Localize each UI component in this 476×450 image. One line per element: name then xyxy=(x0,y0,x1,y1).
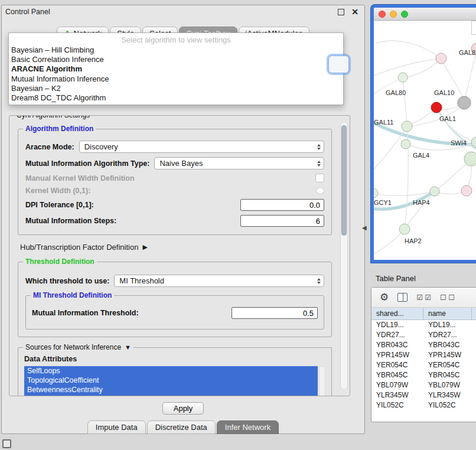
column-header[interactable]: name xyxy=(423,308,472,319)
node-label: GAL10 xyxy=(434,89,454,96)
attribute-item[interactable]: TopologicalCoefficient xyxy=(24,376,318,385)
mi-threshold-label: Mutual Information Threshold: xyxy=(32,309,139,317)
group-title: Algorithm Definition xyxy=(23,125,96,133)
table-row[interactable]: YPR145WYPR145W9. xyxy=(371,350,476,360)
close-traffic-light[interactable] xyxy=(379,11,386,18)
which-threshold-select[interactable]: MI Threshold xyxy=(114,275,324,287)
dock-panel-icon[interactable] xyxy=(2,439,11,448)
network-node[interactable] xyxy=(430,187,439,196)
mi-steps-label: Mutual Information Steps: xyxy=(25,217,116,225)
network-node[interactable] xyxy=(464,152,476,166)
mi-type-select[interactable]: Naive Bayes xyxy=(154,157,324,169)
table-cell: YDL19... xyxy=(371,320,423,330)
dpi-tolerance-row: DPI Tolerance [0,1]: xyxy=(25,199,324,211)
group-title: Cyni Algorithm Settings xyxy=(14,115,92,119)
aracne-mode-select[interactable]: Discovery xyxy=(79,141,324,153)
table-row[interactable]: YER054CYER054C8. xyxy=(371,360,476,370)
sources-toggle[interactable]: Sources for Network Inference ▼ xyxy=(23,343,133,351)
table-cell: YPR145W xyxy=(371,350,423,360)
table-panel-title: Table Panel xyxy=(376,274,416,283)
algorithm-option[interactable]: Mutual Information Inference xyxy=(9,74,343,84)
table-row[interactable]: YDL19...YDL19...13 xyxy=(371,320,476,330)
combo-arrows-icon xyxy=(312,278,321,284)
zoom-traffic-light[interactable] xyxy=(401,11,408,18)
table-cell: YBR045C xyxy=(371,370,423,380)
table-body: YDL19...YDL19...13YDR27...YDR27...12YBR0… xyxy=(371,320,476,410)
network-node[interactable] xyxy=(458,96,471,109)
network-canvas[interactable]: GAL8GAL80GAL10GAL11GAL1SWI4GAL4GCY1HAP4H… xyxy=(374,21,476,260)
node-label: GAL11 xyxy=(374,119,393,126)
kernel-width-field xyxy=(316,187,324,194)
network-node[interactable] xyxy=(402,121,412,132)
settings-scrollbar[interactable] xyxy=(340,122,348,390)
manual-kernel-row: Manual Kernel Width Definition xyxy=(25,174,324,182)
minimize-traffic-light[interactable] xyxy=(390,11,397,18)
network-scrollbar[interactable] xyxy=(471,21,476,35)
apply-button[interactable]: Apply xyxy=(162,402,204,415)
hub-definition-label: Hub/Transcription Factor Definition xyxy=(20,243,138,252)
tab-discretize-data[interactable]: Discretize Data xyxy=(147,420,216,434)
mi-threshold-field[interactable] xyxy=(232,307,318,319)
combo-arrows-icon xyxy=(312,161,321,167)
network-view-window: GAL8GAL80GAL10GAL11GAL1SWI4GAL4GCY1HAP4H… xyxy=(371,5,476,263)
attribute-item[interactable]: BetweennessCentrality xyxy=(24,385,318,394)
columns-icon[interactable] xyxy=(397,293,407,302)
table-cell: 9. xyxy=(472,390,476,400)
table-cell: YER054C xyxy=(423,360,472,370)
tab-impute-data[interactable]: Impute Data xyxy=(87,420,146,434)
aracne-mode-label: Aracne Mode: xyxy=(25,143,74,151)
dpi-tolerance-field[interactable] xyxy=(240,199,324,211)
table-row[interactable]: YLR345WYLR345W9. xyxy=(371,390,476,400)
table-cell: 8. xyxy=(472,360,476,370)
network-node[interactable] xyxy=(461,185,472,196)
node-label: SWI4 xyxy=(451,139,467,146)
table-row[interactable]: YBR045CYBR045C9. xyxy=(371,370,476,380)
tab-infer-network[interactable]: Infer Network xyxy=(217,420,279,434)
node-label: GAL4 xyxy=(413,152,429,159)
algorithm-option[interactable]: Dream8 DC_TDC Algorithm xyxy=(9,93,343,103)
sources-group: Sources for Network Inference ▼ Data Att… xyxy=(18,347,332,396)
tab-label: Impute Data xyxy=(96,423,138,432)
algorithm-option[interactable]: Basic Correlation Inference xyxy=(9,55,343,64)
table-cell: YPR145W xyxy=(423,350,472,360)
network-node[interactable] xyxy=(436,53,446,64)
hub-definition-toggle[interactable]: Hub/Transcription Factor Definition ▶ xyxy=(20,243,330,252)
network-node[interactable] xyxy=(401,139,410,149)
algorithm-option[interactable]: Bayesian – Hill Climbing xyxy=(9,45,343,55)
bottom-tabs: Impute Data Discretize Data Infer Networ… xyxy=(2,420,364,434)
close-icon[interactable]: ✕ xyxy=(351,8,358,16)
algorithm-option[interactable]: ARACNE Algorithm xyxy=(9,64,343,74)
focused-button[interactable] xyxy=(328,56,349,73)
column-header[interactable] xyxy=(472,308,476,319)
panel-collapse-arrow-icon[interactable]: ◀ xyxy=(362,224,367,231)
column-header[interactable]: shared... xyxy=(371,308,423,319)
table-row[interactable]: YIL052CYIL052C xyxy=(371,400,476,410)
table-row[interactable]: YDR27...YDR27...12 xyxy=(371,330,476,340)
list-scrollbar[interactable] xyxy=(319,366,325,396)
table-cell: YDR27... xyxy=(371,330,423,340)
mi-steps-field[interactable] xyxy=(240,215,324,227)
group-title: Threshold Definition xyxy=(23,257,97,266)
attribute-item[interactable]: SelfLoops xyxy=(24,366,318,376)
table-row[interactable]: YBR043CYBR043C xyxy=(371,340,476,350)
network-node[interactable] xyxy=(399,224,410,234)
network-node[interactable] xyxy=(374,188,378,198)
data-attributes-list[interactable]: SelfLoopsTopologicalCoefficientBetweenne… xyxy=(24,366,325,396)
gear-icon[interactable]: ⚙ xyxy=(380,292,389,302)
scrollbar-thumb[interactable] xyxy=(341,125,347,236)
data-attributes-label: Data Attributes xyxy=(24,355,325,363)
network-node[interactable] xyxy=(398,73,407,82)
threshold-definition-group: Threshold Definition Which threshold to … xyxy=(18,262,332,337)
table-toolbar: ⚙ ☑ ☑ ☐ ☐ xyxy=(371,288,476,308)
table-panel-window: ⚙ ☑ ☑ ☐ ☐ shared...name YDL19...YDL19...… xyxy=(371,287,476,422)
algorithm-option[interactable]: Bayesian – K2 xyxy=(9,84,343,93)
attribute-item[interactable]: gal4RGexp xyxy=(24,394,318,396)
network-node[interactable] xyxy=(431,102,442,113)
sources-label: Sources for Network Inference xyxy=(25,343,121,351)
checked-boxes-icon[interactable]: ☑ ☑ xyxy=(416,294,431,302)
empty-boxes-icon[interactable]: ☐ ☐ xyxy=(440,294,455,302)
table-row[interactable]: YBL079WYBL079W xyxy=(371,380,476,390)
apply-row: Apply xyxy=(2,402,364,415)
float-panel-icon[interactable] xyxy=(338,9,344,15)
group-title: MI Threshold Definition xyxy=(31,291,114,299)
